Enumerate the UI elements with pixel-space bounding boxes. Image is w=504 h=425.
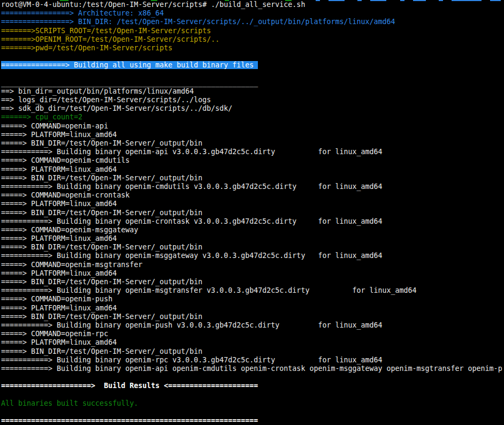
command-line: =====> COMMAND=openim-crontask: [1, 191, 504, 200]
platform-line: =====> PLATFORM=linux_amd64: [1, 338, 504, 347]
platform-line: =====> PLATFORM=linux_amd64: [1, 165, 504, 174]
command-line: =====> COMMAND=openim-api: [1, 122, 504, 131]
scripts-root-line: =======>SCRIPTS_ROOT=/test/Open-IM-Serve…: [1, 27, 504, 35]
sdk-db-dir-line: ==> sdk_db_dir=/test/Open-IM-Server/scri…: [1, 104, 504, 113]
building-binary-line: ===========> Building binary openim-msgt…: [1, 286, 504, 295]
building-binary-line: ===========> Building binary openim-msgg…: [1, 252, 504, 260]
bin-dir-path-line: ================> BIN_DIR: /test/Open-IM…: [1, 18, 504, 26]
terminal-output: root@VM-0-4-ubuntu:/test/Open-IM-Server/…: [1, 1, 504, 425]
building-binary-line: ===========> Building binary openim-cron…: [1, 217, 504, 226]
cpu-count-line: ======> cpu_count=2: [1, 113, 504, 122]
command-line: =====> COMMAND=openim-push: [1, 295, 504, 303]
blank-line: [1, 373, 504, 382]
command-line: =====> COMMAND=openim-cmdutils: [1, 156, 504, 165]
blank-line: [1, 52, 504, 61]
platform-line: =====> PLATFORM=linux_amd64: [1, 269, 504, 278]
separator-line: ========================================…: [1, 416, 504, 425]
bindir-line: =====> BIN_DIR=/test/Open-IM-Server/_out…: [1, 243, 504, 252]
bindir-line: =====> BIN_DIR=/test/Open-IM-Server/_out…: [1, 209, 504, 217]
rule-line: ________________________________________…: [1, 79, 504, 87]
openim-root-line: =======>OPENIM_ROOT=/test/Open-IM-Server…: [1, 35, 504, 44]
blank-line: [1, 70, 504, 79]
building-all-binaries-line: ===========> Building binary openim-api …: [1, 365, 504, 373]
blank-line: [1, 408, 504, 416]
logs-dir-line: ==> logs_dir=/test/Open-IM-Server/script…: [1, 96, 504, 104]
command-line: =====> COMMAND=openim-msggateway: [1, 226, 504, 234]
bindir-line: =====> BIN_DIR=/test/Open-IM-Server/_out…: [1, 139, 504, 148]
platform-line: =====> PLATFORM=linux_amd64: [1, 304, 504, 313]
bindir-line: =====> BIN_DIR=/test/Open-IM-Server/_out…: [1, 347, 504, 356]
bindir-line: =====> BIN_DIR=/test/Open-IM-Server/_out…: [1, 278, 504, 286]
build-success-line: All binaries built successfully.: [1, 399, 504, 408]
building-binary-line: ===========> Building binary openim-cmdu…: [1, 183, 504, 191]
platform-line: =====> PLATFORM=linux_amd64: [1, 131, 504, 139]
pwd-line: =======>pwd=/test/Open-IM-Server/scripts: [1, 44, 504, 52]
bin-dir-line: ==> bin_dir=_output/bin/platforms/linux/…: [1, 87, 504, 96]
building-binary-line: ===========> Building binary openim-rpc …: [1, 356, 504, 365]
command-line: =====> COMMAND=openim-msgtransfer: [1, 261, 504, 269]
platform-line: =====> PLATFORM=linux_amd64: [1, 234, 504, 243]
build-results-header: =====================> Build Results <==…: [1, 382, 504, 390]
building-binary-line: ===========> Building binary openim-push…: [1, 321, 504, 330]
architecture-line: ================> Architecture: x86_64: [1, 9, 504, 18]
platform-line: =====> PLATFORM=linux_amd64: [1, 200, 504, 208]
bindir-line: =====> BIN_DIR=/test/Open-IM-Server/_out…: [1, 174, 504, 183]
bindir-line: =====> BIN_DIR=/test/Open-IM-Server/_out…: [1, 313, 504, 321]
building-binary-line: ===========> Building binary openim-api …: [1, 148, 504, 156]
blank-line: [1, 390, 504, 399]
terminal-screen[interactable]: root@VM-0-4-ubuntu:/test/Open-IM-Server/…: [0, 0, 504, 425]
build-all-banner: ===============> Building all using make…: [1, 61, 504, 70]
prompt-line: root@VM-0-4-ubuntu:/test/Open-IM-Server/…: [1, 1, 504, 9]
command-line: =====> COMMAND=openim-rpc: [1, 330, 504, 338]
